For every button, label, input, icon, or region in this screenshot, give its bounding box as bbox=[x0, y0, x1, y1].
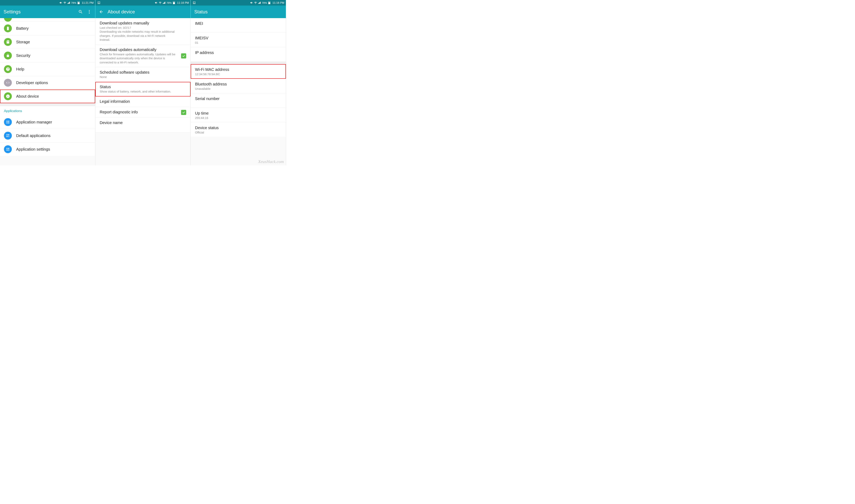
search-icon[interactable] bbox=[78, 10, 83, 14]
svg-rect-12 bbox=[8, 148, 9, 149]
status-list: IMEI IMEISV 01 IP address Wi-Fi MAC addr… bbox=[191, 18, 286, 165]
item-subtitle: Last checked on: 3/2/17 Downloading via … bbox=[100, 26, 186, 42]
status-bar: 78% 11:16 PM bbox=[95, 0, 191, 5]
screen-status: 78% 11:16 PM Status IMEI IMEISV 01 IP ad… bbox=[191, 0, 286, 165]
item-value: Unavailable bbox=[195, 87, 281, 90]
info-icon bbox=[4, 92, 12, 100]
list-item-label: Default applications bbox=[16, 133, 51, 138]
list-item-label: Developer options bbox=[16, 80, 48, 85]
list-item-label: About device bbox=[16, 94, 39, 98]
apps-default-icon bbox=[4, 132, 12, 140]
list-item-storage[interactable]: Storage bbox=[0, 35, 95, 49]
battery-icon bbox=[172, 1, 176, 4]
list-item-application-settings[interactable]: Application settings bbox=[0, 143, 95, 156]
item-wifi-mac[interactable]: Wi-Fi MAC address 12:34:56:78:9A:BC bbox=[191, 64, 286, 79]
svg-rect-9 bbox=[6, 136, 7, 137]
svg-rect-8 bbox=[8, 134, 9, 135]
item-title: Status bbox=[100, 85, 186, 89]
screenshot-icon bbox=[97, 1, 101, 4]
wifi-icon bbox=[63, 1, 66, 4]
item-title: Download updates manually bbox=[100, 21, 186, 25]
list-item-security[interactable]: Security bbox=[0, 49, 95, 62]
page-title: Settings bbox=[3, 9, 74, 15]
section-divider bbox=[0, 103, 95, 106]
item-bluetooth-address[interactable]: Bluetooth address Unavailable bbox=[191, 79, 286, 93]
apps-settings-icon bbox=[4, 145, 12, 153]
watermark: XeusHack.com bbox=[258, 159, 284, 164]
list-item-battery[interactable]: Battery bbox=[0, 22, 95, 35]
item-device-status[interactable]: Device status Official bbox=[191, 123, 286, 137]
item-download-automatically[interactable]: Download updates automatically Check for… bbox=[95, 45, 191, 67]
item-legal-information[interactable]: Legal information bbox=[95, 96, 191, 107]
list-item-help[interactable]: Help bbox=[0, 62, 95, 76]
list-item-application-manager[interactable]: Application manager bbox=[0, 115, 95, 129]
list-item-partial bbox=[0, 18, 95, 22]
svg-rect-11 bbox=[6, 148, 7, 149]
action-bar: About device bbox=[95, 5, 191, 18]
status-bar: 78% 11:16 PM bbox=[191, 0, 286, 5]
wifi-icon bbox=[254, 1, 257, 4]
checkbox-checked-icon[interactable] bbox=[181, 110, 186, 115]
item-value bbox=[195, 26, 281, 30]
item-up-time[interactable]: Up time 255:44:16 bbox=[191, 108, 286, 123]
item-title: Download updates automatically bbox=[100, 48, 186, 52]
battery-icon bbox=[268, 1, 271, 4]
battery-icon bbox=[77, 1, 80, 4]
list-item-label: Application manager bbox=[16, 120, 52, 124]
page-title: About device bbox=[108, 9, 187, 15]
svg-point-1 bbox=[89, 12, 90, 12]
item-download-manually[interactable]: Download updates manually Last checked o… bbox=[95, 18, 191, 45]
wifi-icon bbox=[159, 1, 162, 4]
battery-percent: 78% bbox=[262, 1, 267, 4]
help-icon bbox=[4, 65, 12, 73]
item-scheduled-updates[interactable]: Scheduled software updates None bbox=[95, 67, 191, 82]
list-item-about-device[interactable]: About device bbox=[0, 90, 95, 103]
battery-icon bbox=[4, 24, 12, 32]
item-value bbox=[195, 55, 281, 59]
section-header-applications: Applications bbox=[0, 106, 95, 115]
item-subtitle: Check for firmware updates automatically… bbox=[100, 52, 186, 65]
svg-rect-4 bbox=[8, 121, 9, 122]
item-title: Up time bbox=[195, 111, 281, 115]
clock: 11:21 PM bbox=[82, 1, 93, 4]
checkbox-checked-icon[interactable] bbox=[181, 53, 186, 58]
item-imeisv[interactable]: IMEISV 01 bbox=[191, 33, 286, 47]
item-status[interactable]: Status Show status of battery, network, … bbox=[95, 82, 191, 96]
item-title: IP address bbox=[195, 50, 281, 55]
list-item-label: Application settings bbox=[16, 147, 50, 151]
action-bar: Status bbox=[191, 5, 286, 18]
item-title: Device name bbox=[100, 121, 186, 125]
list-item-label: Security bbox=[16, 53, 30, 58]
clock: 11:16 PM bbox=[177, 1, 189, 4]
item-value: Official bbox=[195, 131, 281, 134]
storage-icon bbox=[4, 38, 12, 46]
item-title: Device status bbox=[195, 126, 281, 130]
item-serial-number[interactable]: Serial number bbox=[191, 93, 286, 108]
svg-rect-15 bbox=[98, 2, 100, 4]
apps-grid-icon bbox=[4, 118, 12, 126]
mute-icon bbox=[250, 1, 253, 4]
item-device-name[interactable]: Device name bbox=[95, 118, 191, 132]
list-item-default-applications[interactable]: Default applications bbox=[0, 129, 95, 143]
list-item-developer-options[interactable]: Developer options bbox=[0, 76, 95, 90]
list-item-label: Battery bbox=[16, 26, 29, 31]
section-divider bbox=[191, 62, 286, 64]
screen-about-device: 78% 11:16 PM About device Download updat… bbox=[95, 0, 191, 165]
item-value bbox=[195, 102, 281, 105]
item-title: Bluetooth address bbox=[195, 82, 281, 86]
svg-rect-6 bbox=[8, 123, 9, 123]
overflow-menu-icon[interactable] bbox=[87, 10, 92, 14]
item-report-diagnostic[interactable]: Report diagnostic info bbox=[95, 107, 191, 118]
item-value: 01 bbox=[195, 41, 281, 44]
item-subtitle: None bbox=[100, 75, 186, 79]
svg-rect-7 bbox=[6, 134, 7, 135]
lock-icon bbox=[4, 52, 12, 59]
svg-point-14 bbox=[8, 150, 9, 150]
item-imei[interactable]: IMEI bbox=[191, 18, 286, 33]
back-arrow-icon[interactable] bbox=[99, 10, 104, 14]
item-title: Scheduled software updates bbox=[100, 70, 186, 75]
item-value: 12:34:56:78:9A:BC bbox=[195, 72, 281, 76]
item-title: Report diagnostic info bbox=[100, 110, 186, 114]
item-ip-address[interactable]: IP address bbox=[191, 47, 286, 62]
settings-list: Battery Storage Security Help bbox=[0, 18, 95, 165]
